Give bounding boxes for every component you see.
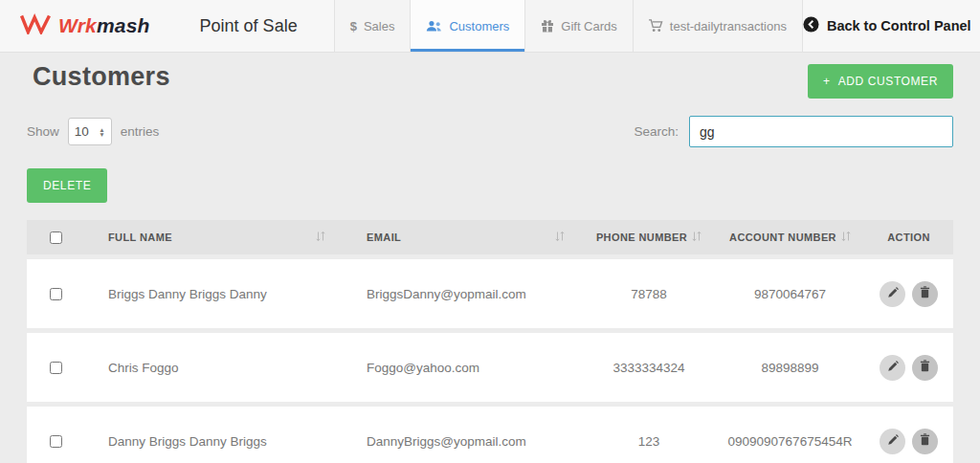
header-action: ACTION [864, 232, 953, 243]
page-head: Customers + ADD CUSTOMER [27, 58, 953, 99]
delete-row-button[interactable] [912, 355, 938, 381]
delete-button[interactable]: DELETE [27, 168, 107, 203]
header-phone-number[interactable]: PHONE NUMBER [582, 231, 716, 244]
row-checkbox-cell [27, 362, 84, 374]
dollar-icon: $ [350, 19, 357, 33]
add-customer-button[interactable]: + ADD CUSTOMER [808, 64, 953, 99]
cell-email: BriggsDanny@yopmail.com [343, 287, 582, 301]
nav-item-gift-cards-label: Gift Cards [561, 19, 617, 33]
trash-icon [920, 360, 930, 375]
customers-table: FULL NAME EMAIL PHONE NUMBER [27, 220, 953, 463]
entries-label: entries [121, 124, 160, 139]
select-all-cell [27, 232, 84, 244]
table-row: Danny Briggs Danny Briggs DannyBriggs@yo… [27, 407, 953, 463]
sort-icon [555, 231, 565, 244]
row-checkbox-cell [27, 288, 84, 300]
brand-text: Wrkmash [58, 14, 150, 37]
table-controls: Show 10 ▲▼ entries Search: [27, 116, 953, 147]
chevron-left-circle-icon [803, 16, 819, 35]
cell-full-name: Danny Briggs Danny Briggs [84, 434, 343, 449]
wrkmash-logo-icon [19, 13, 52, 38]
table-header-row: FULL NAME EMAIL PHONE NUMBER [27, 220, 953, 254]
page-title: Customers [33, 62, 170, 92]
cell-account: 9870064767 [716, 287, 864, 301]
search-label: Search: [634, 124, 679, 139]
gift-icon [541, 19, 554, 33]
header-account-number[interactable]: ACCOUNT NUMBER [716, 231, 864, 244]
sort-icon [316, 231, 325, 244]
row-checkbox[interactable] [50, 435, 62, 448]
header-email[interactable]: EMAIL [343, 231, 582, 244]
cell-email: DannyBriggs@yopmail.com [343, 434, 582, 449]
header-email-label: EMAIL [367, 232, 401, 243]
pencil-icon [887, 287, 899, 301]
cell-action [864, 355, 953, 381]
brand-wrk: Wrk [58, 14, 97, 36]
pencil-icon [887, 361, 899, 375]
cell-action [864, 281, 953, 307]
sort-icon [692, 231, 702, 244]
cell-email: Foggo@yahoo.com [343, 361, 582, 375]
add-customer-label: ADD CUSTOMER [838, 75, 938, 88]
edit-button[interactable] [880, 355, 905, 381]
brand-mash: mash [97, 14, 150, 36]
table-row: Briggs Danny Briggs Danny BriggsDanny@yo… [27, 259, 953, 328]
main-nav: $ Sales Customers [334, 0, 803, 52]
row-checkbox[interactable] [50, 362, 62, 374]
row-checkbox-cell [27, 435, 84, 448]
cell-phone: 3333334324 [582, 361, 716, 375]
cart-icon [649, 19, 663, 33]
cell-account: 89898899 [716, 361, 864, 375]
users-icon [426, 20, 442, 33]
plus-icon: + [823, 75, 831, 88]
main-content: Customers + ADD CUSTOMER Show 10 ▲▼ entr… [0, 58, 980, 463]
table-row: Chris Foggo Foggo@yahoo.com 3333334324 8… [27, 333, 953, 402]
row-checkbox[interactable] [50, 288, 62, 300]
header-full-name[interactable]: FULL NAME [84, 231, 343, 244]
cell-account: 0909090767675454R [716, 434, 864, 449]
brand-logo[interactable]: Wrkmash [0, 0, 160, 52]
trash-icon [920, 286, 930, 301]
nav-item-test-dailytransactions-label: test-dailytransactions [670, 19, 787, 33]
nav-item-sales-label: Sales [364, 19, 395, 33]
spinner-arrows-icon: ▲▼ [99, 127, 104, 137]
entries-control: Show 10 ▲▼ entries [27, 118, 159, 145]
cell-phone: 123 [582, 434, 716, 449]
back-to-control-panel-label: Back to Control Panel [827, 18, 971, 33]
cell-phone: 78788 [582, 287, 716, 301]
select-all-checkbox[interactable] [50, 232, 62, 244]
header-account-number-label: ACCOUNT NUMBER [729, 232, 836, 243]
top-navbar: Wrkmash Point of Sale $ Sales Customers [0, 0, 980, 53]
header-phone-number-label: PHONE NUMBER [596, 232, 687, 243]
edit-button[interactable] [880, 281, 905, 307]
entries-per-page-value: 10 [75, 124, 89, 139]
header-full-name-label: FULL NAME [108, 232, 172, 243]
nav-item-sales[interactable]: $ Sales [335, 0, 412, 52]
show-label: Show [27, 124, 59, 139]
cell-full-name: Briggs Danny Briggs Danny [84, 287, 343, 301]
nav-item-test-dailytransactions[interactable]: test-dailytransactions [634, 0, 803, 52]
back-to-control-panel-button[interactable]: Back to Control Panel [803, 16, 980, 35]
sort-icon [841, 231, 851, 244]
trash-icon [920, 433, 930, 449]
nav-item-customers-label: Customers [449, 19, 509, 33]
delete-row-button[interactable] [912, 429, 938, 454]
app-title: Point of Sale [200, 16, 298, 36]
entries-per-page-select[interactable]: 10 ▲▼ [68, 118, 112, 145]
pencil-icon [887, 434, 899, 449]
cell-action [864, 429, 953, 454]
nav-item-gift-cards[interactable]: Gift Cards [525, 0, 634, 52]
cell-full-name: Chris Foggo [84, 361, 343, 375]
search-input[interactable] [689, 116, 953, 147]
edit-button[interactable] [880, 429, 905, 454]
nav-item-customers[interactable]: Customers [411, 0, 525, 52]
delete-row-button[interactable] [912, 281, 938, 307]
search-control: Search: [634, 116, 953, 147]
header-action-label: ACTION [887, 232, 930, 243]
